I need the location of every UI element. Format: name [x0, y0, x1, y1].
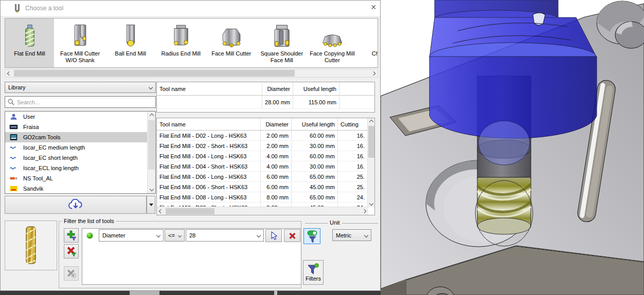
iscar-logo-icon [9, 165, 18, 171]
filter-value-combobox[interactable] [186, 229, 264, 242]
cell-tool-name: Flat End Mill - D08 - Long - HSK63 [157, 192, 261, 202]
scroll-down-icon[interactable] [148, 185, 156, 193]
library-item-iscar-ecl-long[interactable]: Iscar_ECL long length [5, 163, 147, 173]
library-item-label: Iscar_EC short length [23, 155, 78, 161]
cell-tool-name: Flat End Mill - D02 - Short - HSK63 [157, 141, 261, 151]
chevron-down-icon [156, 233, 160, 237]
column-header-tool-name[interactable]: Tool name [157, 82, 262, 95]
library-list-scrollbar[interactable] [147, 112, 155, 193]
column-header-tool-name[interactable]: Tool name [157, 118, 261, 130]
tools-table-vscrollbar[interactable] [367, 118, 374, 207]
tool-type-flat-end-mill[interactable]: Flat End Mill [5, 19, 54, 67]
cursor-pick-icon [270, 231, 278, 240]
tool-holder [430, 0, 597, 138]
scrollbar-thumb[interactable] [166, 208, 214, 214]
delete-filter-row-button[interactable] [284, 229, 300, 242]
scroll-up-icon[interactable] [368, 118, 375, 125]
search-box[interactable] [5, 96, 156, 108]
tool-type-radius-end-mill[interactable]: Radius End Mill [156, 19, 205, 67]
scroll-down-icon[interactable] [368, 200, 375, 207]
tools-table-hscrollbar[interactable] [157, 207, 368, 215]
library-item-ns-tool-al[interactable]: NS Tool_AL [5, 173, 147, 183]
tool-type-strip: Flat End Mill Face Mill Cutter W/O Shank [5, 18, 378, 68]
tool-type-ball-end-mill[interactable]: Ball End Mill [106, 19, 155, 67]
search-icon [8, 99, 14, 105]
library-item-fraisa[interactable]: Fraisa [5, 122, 147, 132]
tool-type-chamfer[interactable]: Chamfer [358, 19, 378, 67]
cell-diameter: 6.00 mm [261, 182, 292, 192]
user-icon [9, 114, 18, 120]
strip-scrollbar[interactable] [5, 69, 378, 78]
background-window-handle [274, 291, 277, 295]
column-header-cutting[interactable]: Cutting [338, 118, 367, 130]
library-item-user[interactable]: User [5, 112, 147, 122]
cell-useful-length: 30.00 mm [292, 141, 338, 151]
column-header-diameter[interactable]: Diameter [262, 82, 293, 95]
table-row[interactable]: Flat End Mill - D02 - Short - HSK63 2.00… [157, 141, 368, 151]
tool-type-label: Chamfer [359, 50, 378, 57]
cell-diameter: 4.00 mm [261, 161, 292, 171]
scrollbar-thumb[interactable] [148, 120, 155, 170]
cell-useful-length: 60.00 mm [292, 151, 338, 161]
filter-value-input[interactable] [189, 232, 251, 238]
unit-combobox[interactable]: Metric [332, 229, 371, 241]
tool-type-face-mill-cutter[interactable]: Face Mill Cutter [207, 19, 256, 67]
tool-type-face-mill-wo-shank[interactable]: Face Mill Cutter W/O Shank [56, 19, 104, 67]
filter-enable-toggle-button[interactable] [303, 228, 320, 244]
cell-cutting: 16. [338, 131, 367, 140]
table-row[interactable]: Flat End Mill - D06 - Long - HSK63 6.00 … [157, 172, 368, 182]
selected-tool-row[interactable]: 28.00 mm 115.00 mm [157, 96, 374, 109]
tool-type-label: Face Mill Cutter [208, 50, 255, 57]
dialog-titlebar[interactable]: Choose a tool ✕ [1, 1, 380, 16]
tool-type-label: Flat End Mill [6, 50, 53, 57]
filter-operator-combobox[interactable]: <= [165, 229, 185, 242]
close-icon[interactable]: ✕ [368, 3, 379, 13]
scroll-left-icon[interactable] [157, 207, 165, 215]
3d-viewport[interactable] [381, 0, 644, 295]
remove-filter-icon [66, 246, 77, 256]
filter-field-combobox[interactable]: Diameter [99, 229, 164, 242]
library-combobox[interactable]: Library [5, 82, 156, 93]
cell-cutting: 25. [338, 172, 367, 181]
remove-filter-button[interactable] [64, 244, 79, 259]
iscar-logo-icon [9, 144, 18, 151]
add-filter-button[interactable] [64, 228, 79, 243]
scroll-right-icon[interactable] [360, 207, 368, 215]
tool-type-face-copying-mill-cutter[interactable]: Face Copying Mill Cutter [308, 19, 356, 67]
library-item-iscar-ec-medium[interactable]: Iscar_EC medium length [5, 142, 147, 153]
scrollbar-thumb[interactable] [368, 126, 374, 158]
cell-useful-length: 45.00 mm [292, 182, 338, 192]
column-header-useful-length[interactable]: Useful length [293, 82, 339, 95]
tool-preview [5, 220, 57, 270]
search-input[interactable] [17, 99, 153, 105]
library-item-iscar-ec-short[interactable]: Iscar_EC short length [5, 153, 147, 163]
clear-filter-button-disabled[interactable] [64, 266, 79, 281]
table-row[interactable]: Flat End Mill - D04 - Long - HSK63 4.00 … [157, 151, 368, 161]
filters-button[interactable]: Filters [303, 260, 324, 285]
table-row[interactable]: Flat End Mill - D04 - Short - HSK63 4.00… [157, 161, 368, 172]
table-row[interactable]: Flat End Mill - D06 - Short - HSK63 6.00… [157, 182, 368, 192]
radius-end-mill-icon [156, 21, 205, 49]
library-item-sandvik[interactable]: Sandvik [5, 183, 147, 194]
column-header-useful-length[interactable]: Useful length [292, 118, 338, 130]
scroll-up-icon[interactable] [148, 112, 156, 120]
pick-value-button[interactable] [265, 229, 282, 242]
library-combobox-value: Library [8, 84, 149, 90]
cell-tool-name: Flat End Mill - D06 - Short - HSK63 [157, 182, 261, 192]
tool-type-label: Radius End Mill [157, 50, 204, 57]
scrollbar-thumb[interactable] [14, 70, 295, 77]
download-options-dropdown[interactable] [147, 196, 155, 214]
library-item-go2cam-tools[interactable]: GO2cam Tools [5, 132, 147, 142]
column-header-diameter[interactable]: Diameter [261, 118, 292, 130]
cell-tool-name: Flat End Mill - D02 - Long - HSK63 [157, 131, 261, 140]
face-copying-mill-cutter-icon [308, 21, 356, 49]
scroll-right-icon[interactable] [369, 69, 378, 77]
dialog-endmill-icon [14, 4, 21, 13]
cloud-download-icon [67, 199, 84, 211]
filters-button-label: Filters [306, 275, 321, 282]
tool-type-square-shoulder-face-mill[interactable]: Square Shoulder Face Mill [257, 19, 306, 67]
table-row[interactable]: Flat End Mill - D08 - Long - HSK63 8.00 … [157, 192, 368, 202]
table-row[interactable]: Flat End Mill - D02 - Long - HSK63 2.00 … [157, 131, 368, 141]
scroll-left-icon[interactable] [5, 69, 13, 77]
download-library-button[interactable] [5, 196, 147, 214]
